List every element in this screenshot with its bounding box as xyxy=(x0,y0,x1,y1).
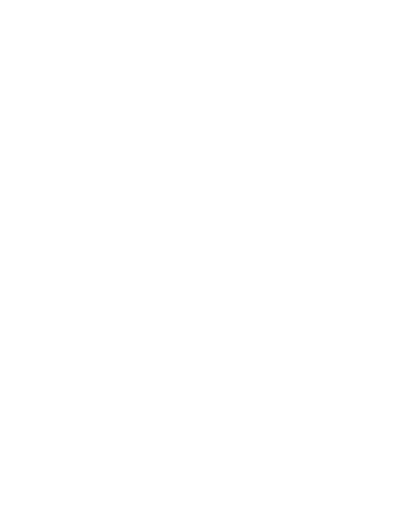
document-page xyxy=(0,0,411,34)
page-footer xyxy=(364,504,368,513)
